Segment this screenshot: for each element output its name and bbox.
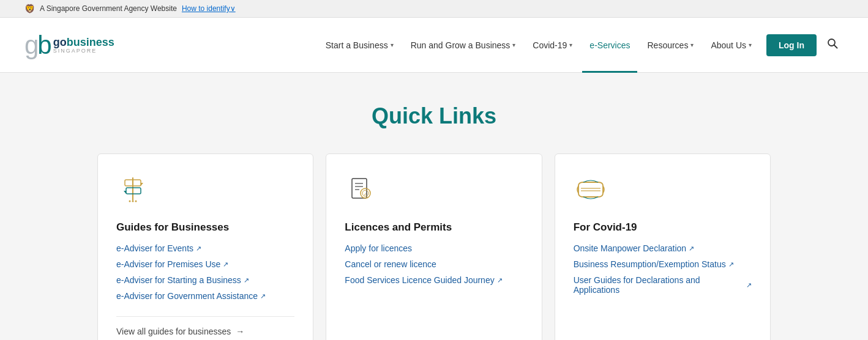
top-banner: 🦁 A Singapore Government Agency Website … <box>0 0 868 18</box>
search-icon[interactable] <box>821 32 844 57</box>
svg-rect-2 <box>132 177 133 201</box>
card-covid-title: For Covid-19 <box>574 221 752 234</box>
link-eadviser-premises[interactable]: e-Adviser for Premises Use ↗ <box>116 259 294 269</box>
link-onsite-manpower[interactable]: Onsite Manpower Declaration ↗ <box>574 243 752 253</box>
link-apply-licences[interactable]: Apply for licences <box>345 243 523 253</box>
logo[interactable]: gb gobusiness SINGAPORE <box>24 32 114 58</box>
logo-gb-letters: gb <box>24 32 51 58</box>
link-eadviser-govt[interactable]: e-Adviser for Government Assistance ↗ <box>116 291 294 301</box>
nav-about-us[interactable]: About Us ▾ <box>703 18 759 73</box>
card-guides-links: e-Adviser for Events ↗ e-Adviser for Pre… <box>116 243 294 304</box>
svg-marker-4 <box>141 183 143 186</box>
card-licences: ✓ Licences and Permits Apply for licence… <box>326 153 542 340</box>
link-eadviser-starting[interactable]: e-Adviser for Starting a Business ↗ <box>116 275 294 285</box>
external-link-icon: ↗ <box>244 276 249 284</box>
chevron-down-icon: ▾ <box>749 42 752 48</box>
view-all-guides-link[interactable]: View all guides for businesses → <box>116 327 294 336</box>
lion-icon: 🦁 <box>24 4 35 13</box>
svg-line-1 <box>834 45 837 48</box>
external-link-icon: ↗ <box>260 292 266 300</box>
chevron-down-icon: ▾ <box>512 42 515 48</box>
banner-text: A Singapore Government Agency Website <box>40 4 177 13</box>
covid-icon <box>574 172 610 209</box>
nav-resources[interactable]: Resources ▾ <box>640 18 701 73</box>
nav-start-business[interactable]: Start a Business ▾ <box>318 18 401 73</box>
nav-covid[interactable]: Covid-19 ▾ <box>525 18 580 73</box>
link-cancel-renew[interactable]: Cancel or renew licence <box>345 259 523 269</box>
svg-point-9 <box>135 201 137 202</box>
guides-icon <box>116 172 153 209</box>
main-nav: Start a Business ▾ Run and Grow a Busine… <box>318 18 844 73</box>
card-guides-title: Guides for Businesses <box>116 221 294 234</box>
page-title: Quick Links <box>24 103 844 129</box>
main-content: Quick Links Gui <box>0 73 868 340</box>
logo-text: gobusiness SINGAPORE <box>53 37 114 54</box>
card-licences-links: Apply for licences Cancel or renew licen… <box>345 243 523 336</box>
card-guides-footer: View all guides for businesses → <box>116 316 294 336</box>
svg-point-8 <box>132 201 134 202</box>
chevron-down-icon: ▾ <box>690 42 694 48</box>
external-link-icon: ↗ <box>223 261 228 268</box>
how-to-identify-link[interactable]: How to identify∨ <box>182 4 236 13</box>
card-licences-title: Licences and Permits <box>345 221 523 234</box>
nav-run-grow[interactable]: Run and Grow a Business ▾ <box>403 18 523 73</box>
nav-e-services[interactable]: e-Services <box>582 18 637 73</box>
link-eadviser-events[interactable]: e-Adviser for Events ↗ <box>116 243 294 253</box>
chevron-down-icon: ▾ <box>569 42 572 48</box>
link-food-services[interactable]: Food Services Licence Guided Journey ↗ <box>345 275 523 285</box>
external-link-icon: ↗ <box>689 245 694 253</box>
card-covid: For Covid-19 Onsite Manpower Declaration… <box>555 153 771 340</box>
card-guides: Guides for Businesses e-Adviser for Even… <box>97 153 313 340</box>
link-business-resumption[interactable]: Business Resumption/Exemption Status ↗ <box>574 259 752 269</box>
svg-marker-6 <box>124 191 126 194</box>
link-user-guides[interactable]: User Guides for Declarations and Applica… <box>574 275 752 295</box>
cards-grid: Guides for Businesses e-Adviser for Even… <box>97 153 771 340</box>
card-covid-links: Onsite Manpower Declaration ↗ Business R… <box>574 243 752 336</box>
external-link-icon: ↗ <box>196 245 201 253</box>
chevron-down-icon: ▾ <box>391 42 394 48</box>
external-link-icon: ↗ <box>497 276 503 284</box>
logo-area[interactable]: gb gobusiness SINGAPORE <box>24 32 114 58</box>
external-link-icon: ↗ <box>728 261 734 268</box>
licences-icon: ✓ <box>345 172 381 209</box>
login-button[interactable]: Log In <box>766 34 817 56</box>
external-link-icon: ↗ <box>746 281 752 289</box>
svg-point-7 <box>129 201 131 202</box>
header: gb gobusiness SINGAPORE Start a Business… <box>0 18 868 73</box>
svg-text:✓: ✓ <box>364 192 367 196</box>
